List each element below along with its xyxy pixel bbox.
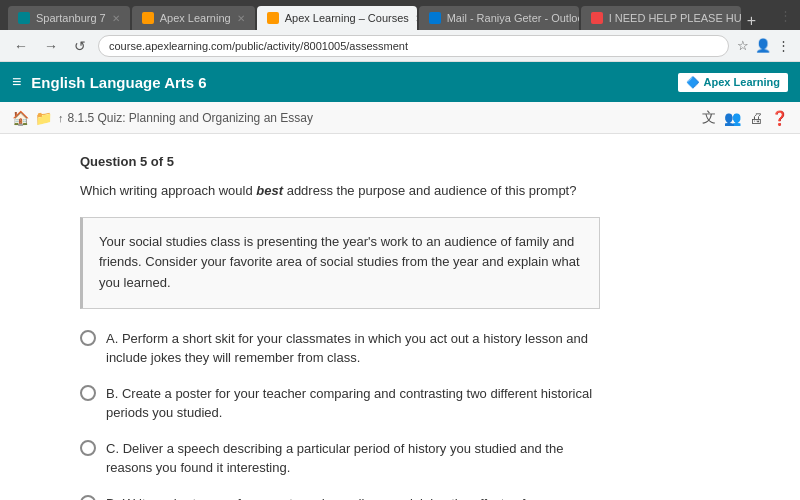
tab-close-courses[interactable]: ✕ bbox=[415, 13, 417, 24]
tab-label-mail: Mail - Raniya Geter - Outlook bbox=[447, 12, 579, 24]
header-left: ≡ English Language Arts 6 bbox=[12, 73, 207, 91]
radio-a[interactable] bbox=[80, 330, 96, 346]
apex-logo-text: Apex Learning bbox=[704, 76, 780, 88]
url-input[interactable]: course.apexlearning.com/public/activity/… bbox=[98, 35, 729, 57]
option-b-text: Create a poster for your teacher compari… bbox=[106, 386, 592, 421]
menu-dots-icon[interactable]: ⋮ bbox=[777, 38, 790, 53]
help-icon[interactable]: ❓ bbox=[771, 110, 788, 126]
browser-tabs: Spartanburg 7 ✕ Apex Learning ✕ Apex Lea… bbox=[8, 0, 773, 30]
option-d-text: Write a short essay for parents and guar… bbox=[106, 496, 551, 500]
folder-icon[interactable]: 📁 bbox=[35, 110, 52, 126]
option-d: D. Write a short essay for parents and g… bbox=[80, 494, 600, 500]
radio-c[interactable] bbox=[80, 440, 96, 456]
browser-chrome: Spartanburg 7 ✕ Apex Learning ✕ Apex Lea… bbox=[0, 0, 800, 30]
apex-logo-icon: 🔷 bbox=[686, 76, 700, 89]
browser-action-icons: ⋮ bbox=[779, 8, 792, 23]
tab-spartanburg[interactable]: Spartanburg 7 ✕ bbox=[8, 6, 130, 30]
option-c: C. Deliver a speech describing a particu… bbox=[80, 439, 600, 478]
breadcrumb-nav: ↑ 8.1.5 Quiz: Planning and Organizing an… bbox=[58, 111, 313, 125]
header-right: 🔷 Apex Learning bbox=[678, 73, 788, 92]
hamburger-menu-icon[interactable]: ≡ bbox=[12, 73, 21, 91]
app-title: English Language Arts 6 bbox=[31, 74, 206, 91]
new-tab-button[interactable]: + bbox=[743, 12, 760, 30]
extensions-icon[interactable]: ⋮ bbox=[779, 8, 792, 23]
breadcrumb-label: 8.1.5 Quiz: Planning and Organizing an E… bbox=[68, 111, 313, 125]
forward-button[interactable]: → bbox=[40, 36, 62, 56]
bookmark-icon[interactable]: ☆ bbox=[737, 38, 749, 53]
tab-favicon-spartanburg bbox=[18, 12, 30, 24]
apex-logo: 🔷 Apex Learning bbox=[678, 73, 788, 92]
tab-favicon-mail bbox=[429, 12, 441, 24]
option-c-label: C. Deliver a speech describing a particu… bbox=[106, 439, 600, 478]
tab-apex[interactable]: Apex Learning ✕ bbox=[132, 6, 255, 30]
tab-label-spartanburg: Spartanburg 7 bbox=[36, 12, 106, 24]
option-a-letter: A. bbox=[106, 331, 118, 346]
tab-close-apex[interactable]: ✕ bbox=[237, 13, 245, 24]
prompt-text: Your social studies class is presenting … bbox=[99, 234, 580, 291]
translate-icon[interactable]: 文 bbox=[702, 109, 716, 127]
accessibility-icon[interactable]: 👥 bbox=[724, 110, 741, 126]
breadcrumb: 🏠 📁 ↑ 8.1.5 Quiz: Planning and Organizin… bbox=[12, 110, 313, 126]
options-list: A. Perform a short skit for your classma… bbox=[80, 329, 600, 500]
option-d-letter: D. bbox=[106, 496, 119, 500]
option-b: B. Create a poster for your teacher comp… bbox=[80, 384, 600, 423]
address-bar: ← → ↺ course.apexlearning.com/public/act… bbox=[0, 30, 800, 62]
radio-b[interactable] bbox=[80, 385, 96, 401]
tab-close-spartanburg[interactable]: ✕ bbox=[112, 13, 120, 24]
option-c-text: Deliver a speech describing a particular… bbox=[106, 441, 563, 476]
back-button[interactable]: ← bbox=[10, 36, 32, 56]
refresh-button[interactable]: ↺ bbox=[70, 36, 90, 56]
tab-label-help: I NEED HELP PLEASE HURRY bbox=[609, 12, 741, 24]
tab-favicon-courses bbox=[267, 12, 279, 24]
option-d-label: D. Write a short essay for parents and g… bbox=[106, 494, 600, 500]
option-b-label: B. Create a poster for your teacher comp… bbox=[106, 384, 600, 423]
url-text: course.apexlearning.com/public/activity/… bbox=[109, 40, 408, 52]
print-icon[interactable]: 🖨 bbox=[749, 110, 763, 126]
home-icon[interactable]: 🏠 bbox=[12, 110, 29, 126]
question-text-after: address the purpose and audience of this… bbox=[283, 183, 576, 198]
tab-courses[interactable]: Apex Learning – Courses ✕ bbox=[257, 6, 417, 30]
tab-favicon-help bbox=[591, 12, 603, 24]
question-text-bold: best bbox=[256, 183, 283, 198]
option-c-letter: C. bbox=[106, 441, 119, 456]
tab-label-apex: Apex Learning bbox=[160, 12, 231, 24]
main-content: Question 5 of 5 Which writing approach w… bbox=[0, 134, 800, 500]
sub-header: 🏠 📁 ↑ 8.1.5 Quiz: Planning and Organizin… bbox=[0, 102, 800, 134]
radio-d[interactable] bbox=[80, 495, 96, 500]
breadcrumb-up-arrow: ↑ bbox=[58, 112, 64, 124]
sub-header-icons: 文 👥 🖨 ❓ bbox=[702, 109, 788, 127]
option-a: A. Perform a short skit for your classma… bbox=[80, 329, 600, 368]
question-counter: Question 5 of 5 bbox=[80, 154, 720, 169]
tab-mail[interactable]: Mail - Raniya Geter - Outlook ✕ bbox=[419, 6, 579, 30]
tab-label-courses: Apex Learning – Courses bbox=[285, 12, 409, 24]
question-text: Which writing approach would best addres… bbox=[80, 181, 720, 201]
profile-icon[interactable]: 👤 bbox=[755, 38, 771, 53]
tab-favicon-apex bbox=[142, 12, 154, 24]
app-header: ≡ English Language Arts 6 🔷 Apex Learnin… bbox=[0, 62, 800, 102]
option-a-label: A. Perform a short skit for your classma… bbox=[106, 329, 600, 368]
prompt-box: Your social studies class is presenting … bbox=[80, 217, 600, 309]
option-b-letter: B. bbox=[106, 386, 118, 401]
tab-help[interactable]: I NEED HELP PLEASE HURRY ✕ bbox=[581, 6, 741, 30]
option-a-text: Perform a short skit for your classmates… bbox=[106, 331, 588, 366]
browser-right-icons: ☆ 👤 ⋮ bbox=[737, 38, 790, 53]
question-text-before: Which writing approach would bbox=[80, 183, 256, 198]
